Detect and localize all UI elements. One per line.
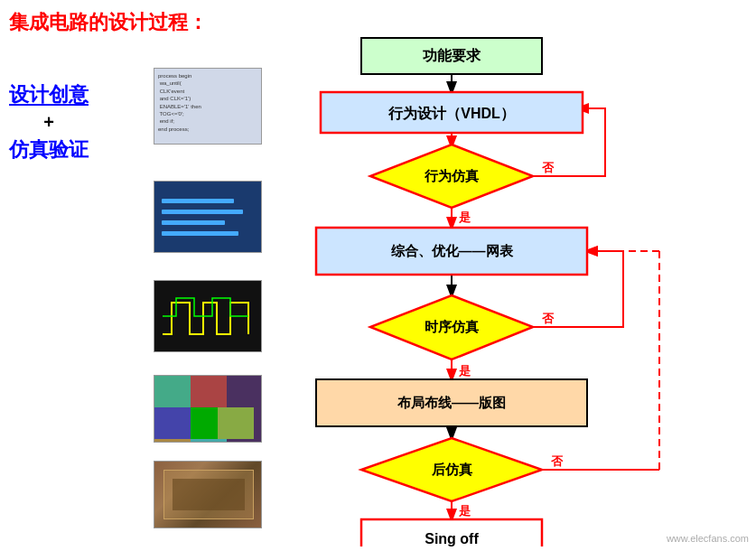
sch-line-1 [162,199,234,203]
code-text: process begin wa_until( CLK'event and CL… [154,69,261,136]
thumb-chip-image [154,461,262,528]
thumb-layout-image [154,375,262,443]
svg-text:综合、优化——网表: 综合、优化——网表 [391,243,514,258]
thumb-waveform-image [154,280,262,352]
svg-text:否: 否 [542,312,555,325]
svg-text:行为设计（VHDL）: 行为设计（VHDL） [387,106,515,121]
page-title: 集成电路的设计过程： [9,9,208,36]
svg-text:是: 是 [459,210,471,224]
svg-text:Sing off: Sing off [425,531,479,546]
sch-line-4 [162,231,238,236]
svg-text:否: 否 [542,161,555,174]
title-text: 集成电路的设计过程： [9,11,208,33]
flowchart-svg: 功能要求 行为设计（VHDL） 行为仿真 是 否 综合、优化——网表 时序仿真 … [271,27,741,546]
sch-line-2 [162,210,243,214]
design-label: 设计创意 [9,81,89,108]
svg-text:布局布线——版图: 布局布线——版图 [397,395,506,410]
thumb-code-image: process begin wa_until( CLK'event and CL… [154,68,262,145]
svg-text:是: 是 [459,504,471,518]
svg-text:行为仿真: 行为仿真 [424,168,480,183]
svg-text:是: 是 [459,364,471,378]
svg-text:时序仿真: 时序仿真 [425,319,480,334]
plus-sign: + [43,112,54,133]
waveform-svg [158,285,257,348]
sch-line-3 [162,220,225,225]
svg-text:功能要求: 功能要求 [423,47,481,63]
sim-label: 仿真验证 [9,136,89,163]
thumb-schematic-image [154,181,262,253]
svg-text:否: 否 [551,454,564,468]
watermark: www.elecfans.com [667,533,749,544]
left-labels: 设计创意 + 仿真验证 [9,81,89,163]
svg-text:后仿真: 后仿真 [431,462,473,477]
